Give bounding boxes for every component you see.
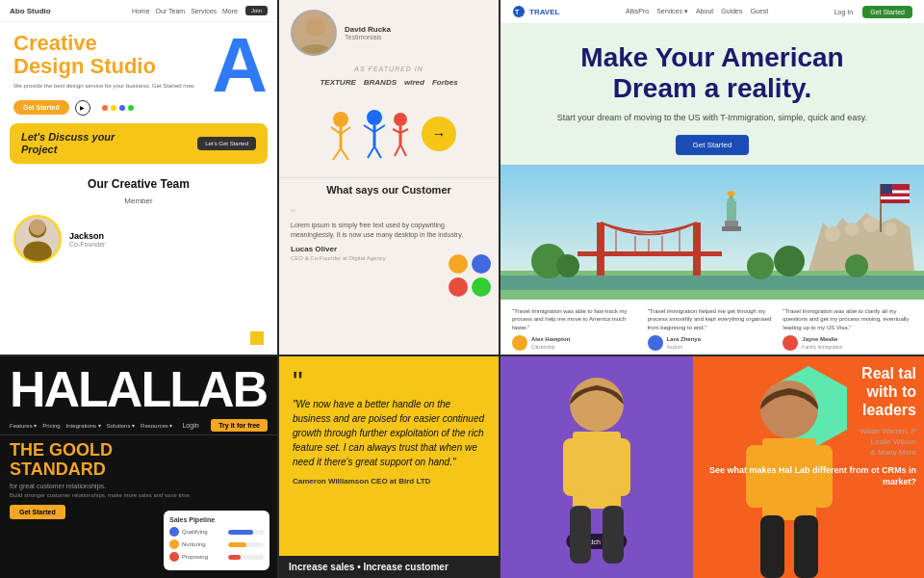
pipeline-row-3: Proposing: [169, 552, 264, 562]
immigration-scene: [500, 165, 924, 300]
svg-line-15: [368, 146, 374, 158]
creative-yellow-square: [250, 331, 264, 345]
immigration-logo: T TRAVEL: [512, 5, 559, 18]
imm-testimonial-2: "Travel Immigration helped me get throug…: [648, 307, 778, 351]
bubble-orange: [449, 254, 468, 274]
what-says-heading: What says our Customer: [279, 177, 499, 201]
featured-bubbles: [449, 254, 491, 297]
panel-creative: Abo Studio Home Our Team Services More J…: [0, 0, 279, 356]
main-grid: Abo Studio Home Our Team Services More J…: [0, 0, 924, 578]
svg-point-11: [367, 110, 382, 125]
dot-blue: [119, 105, 125, 111]
immigration-testimonials: "Travel Immigration was able to fast-tra…: [500, 300, 924, 356]
halallab-tagline: THE GOOLD STANDARD: [10, 441, 268, 480]
svg-rect-27: [500, 276, 924, 290]
creative-nav-links: Home Our Team Services More: [132, 8, 238, 14]
svg-rect-30: [578, 251, 722, 256]
featured-person: David Rucka Testimonials: [279, 0, 499, 62]
member-avatar: [13, 215, 62, 263]
dot-yellow: [111, 105, 116, 111]
svg-line-16: [374, 146, 381, 158]
pipeline-widget: Sales Pipeline Qualifying Nurturing Prop…: [164, 511, 270, 570]
testimonial-bottom-banner: Increase sales • Increase customer: [279, 556, 499, 578]
halallab-logo: HALALLAB: [0, 356, 277, 416]
svg-point-4: [298, 44, 333, 56]
panel-featured: David Rucka Testimonials AS FEATURED IN …: [279, 0, 500, 356]
immigration-nav-links: AltisPro Services ▾ About Guides Guest: [626, 8, 768, 15]
panel-person-orange: Real tal with to leaders Wade Warren, P …: [693, 356, 924, 578]
featured-testimonial-name: Lucas Oliver: [291, 244, 487, 254]
immigration-nav: T TRAVEL AltisPro Services ▾ About Guide…: [500, 0, 924, 23]
svg-rect-68: [794, 515, 818, 578]
featured-cta-circle[interactable]: →: [422, 117, 456, 151]
imm-avatar-1: [512, 335, 527, 351]
halallab-login-btn[interactable]: Login: [182, 422, 198, 429]
svg-rect-29: [693, 223, 701, 276]
svg-rect-42: [722, 226, 741, 231]
svg-point-44: [845, 223, 859, 236]
svg-rect-60: [611, 438, 630, 496]
svg-line-22: [400, 144, 406, 156]
svg-line-14: [374, 125, 385, 132]
svg-point-5: [333, 112, 348, 127]
svg-point-53: [556, 254, 579, 277]
panel-testimonial: " "We now have a better handle on the bu…: [279, 356, 500, 578]
svg-point-3: [306, 17, 325, 37]
svg-point-43: [825, 226, 840, 242]
halallab-try-btn[interactable]: Try it for free: [211, 419, 268, 432]
featured-testimonial-text: Lorem ipsum is simply free text used by …: [291, 221, 487, 240]
halallab-started-btn[interactable]: Get Started: [10, 505, 65, 519]
svg-line-9: [333, 148, 341, 160]
immigration-login[interactable]: Log In: [834, 9, 853, 15]
creative-nav: Abo Studio Home Our Team Services More J…: [0, 0, 277, 22]
bubble-red: [449, 277, 468, 297]
svg-rect-61: [570, 506, 591, 564]
svg-text:T: T: [515, 9, 520, 15]
creative-get-started-btn[interactable]: Get Started: [13, 100, 69, 115]
panel-right-bottom: ▶ Watch Video Real tal wi: [500, 356, 924, 578]
cta-question: See what makes Hal Lab different from ot…: [693, 465, 916, 487]
creative-banner-text: Let's Discuss your Project: [21, 131, 115, 156]
creative-join-btn[interactable]: Join: [245, 6, 268, 15]
creative-team-heading: Our Creative Team: [0, 171, 277, 197]
immigration-hero-btn[interactable]: Get Started: [676, 135, 750, 155]
svg-line-21: [395, 144, 400, 156]
halallab-sub2: Build stronger customer relationships, m…: [10, 491, 268, 499]
svg-rect-62: [603, 506, 624, 564]
svg-line-10: [341, 148, 348, 160]
creative-big-a: A: [212, 27, 268, 104]
quote-mark: ": [293, 370, 485, 393]
creative-hero: Creative Design Studio A We provide the …: [0, 22, 277, 96]
halallab-sub: for great customer relationships.: [10, 483, 268, 489]
panel-immigration: T TRAVEL AltisPro Services ▾ About Guide…: [500, 0, 924, 356]
svg-point-45: [863, 217, 879, 232]
creative-play-btn[interactable]: ▶: [75, 100, 90, 116]
creative-team-sub: Member: [0, 197, 277, 205]
svg-line-13: [364, 125, 374, 132]
pipeline-row-1: Qualifying: [169, 527, 264, 537]
imm-avatar-3: [783, 335, 798, 351]
immigration-get-started-btn[interactable]: Get Started: [862, 6, 912, 18]
imm-testimonial-3: "Travel Immigration was able to clarify …: [783, 307, 912, 351]
svg-rect-41: [725, 221, 738, 226]
imm-avatar-2: [648, 335, 663, 351]
svg-point-17: [394, 113, 407, 126]
creative-banner-btn[interactable]: Let's Get Started: [197, 137, 256, 150]
featured-avatar: [291, 10, 337, 56]
testimonial-author: Cameron Williamson CEO at Bird LTD: [293, 477, 485, 486]
cta-text-panel: Real tal with to leaders Wade Warren, P …: [693, 364, 916, 488]
featured-logos: TEXTURE BRANDS wired Forbes: [279, 76, 499, 94]
svg-rect-51: [881, 184, 892, 194]
bubble-blue: [472, 254, 491, 274]
svg-point-40: [728, 197, 735, 205]
pipeline-row-2: Nurturing: [169, 539, 264, 549]
bubble-green: [472, 277, 491, 297]
imm-testimonial-1: "Travel Immigration was able to fast-tra…: [512, 307, 642, 351]
pipeline-dot-red: [169, 552, 179, 562]
creative-team-member: Jackson Co-Founder: [0, 209, 277, 269]
testimonial-big: " "We now have a better handle on the bu…: [279, 356, 499, 493]
featured-illustration: →: [279, 94, 499, 173]
pipeline-dot-orange: [169, 539, 179, 549]
svg-point-1: [23, 242, 51, 261]
immigration-hero: Make Your American Dream a reality. Star…: [500, 23, 924, 165]
